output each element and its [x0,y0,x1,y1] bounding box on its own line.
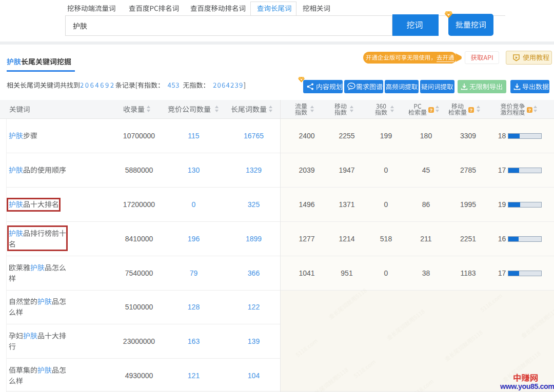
svg-text:?: ? [430,108,433,113]
svg-text:?: ? [528,108,531,113]
svg-text:?: ? [470,108,473,113]
